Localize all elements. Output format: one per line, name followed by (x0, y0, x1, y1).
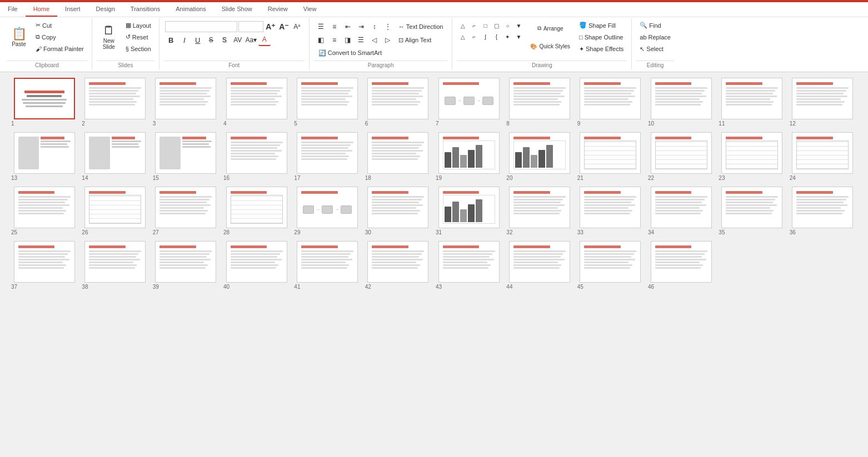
justify-button[interactable]: ☰ (355, 34, 367, 46)
tab-slideshow[interactable]: Slide Show (214, 2, 260, 17)
slide-thumb-46[interactable] (651, 241, 712, 283)
slide-item-30[interactable]: 30 (365, 187, 431, 235)
slide-item-6[interactable]: 6 (365, 78, 431, 127)
slide-thumb-9[interactable] (580, 78, 641, 119)
slide-item-25[interactable]: 25 (11, 187, 77, 235)
slide-item-41[interactable]: 41 (294, 241, 360, 290)
find-button[interactable]: 🔍 Find (636, 20, 674, 31)
slide-item-3[interactable]: 3 (153, 78, 219, 127)
slide-item-36[interactable]: 36 (790, 187, 856, 235)
slide-item-11[interactable]: 11 (719, 78, 785, 127)
slide-item-20[interactable]: 20 (506, 132, 572, 181)
align-left-button[interactable]: ◧ (315, 34, 327, 46)
tab-view[interactable]: View (296, 2, 325, 17)
slide-item-8[interactable]: 8 (506, 78, 572, 127)
slide-thumb-15[interactable] (155, 132, 216, 174)
slide-thumb-8[interactable] (509, 78, 570, 119)
replace-button[interactable]: ab Replace (636, 32, 674, 43)
slide-thumb-17[interactable] (297, 132, 358, 174)
tab-design[interactable]: Design (88, 2, 123, 17)
slide-item-19[interactable]: 19 (436, 132, 502, 181)
slide-item-44[interactable]: 44 (506, 241, 572, 290)
slide-item-32[interactable]: 32 (506, 187, 572, 235)
change-case-aa-button[interactable]: Aa▾ (245, 34, 257, 46)
slide-thumb-40[interactable] (226, 241, 287, 283)
rounded-rect-shape[interactable]: ▢ (491, 21, 501, 31)
increase-font-button[interactable]: A⁺ (265, 21, 277, 33)
tab-insert[interactable]: Insert (57, 2, 88, 17)
slide-item-37[interactable]: 37 (11, 241, 77, 290)
slide-thumb-2[interactable] (84, 78, 146, 119)
slide-thumb-21[interactable] (580, 132, 641, 174)
slide-thumb-39[interactable] (155, 241, 216, 283)
numbering-button[interactable]: ≡ (328, 21, 341, 33)
slide-thumb-1[interactable] (14, 78, 75, 119)
tab-animations[interactable]: Animations (168, 2, 213, 17)
line-spacing-button[interactable]: ↕ (368, 21, 381, 33)
slide-item-5[interactable]: 5 (294, 78, 360, 127)
slide-thumb-25[interactable] (14, 187, 75, 228)
slide-thumb-44[interactable] (509, 241, 570, 283)
tab-transitions[interactable]: Transitions (123, 2, 168, 17)
slide-item-29[interactable]: → → 29 (294, 187, 360, 235)
slide-thumb-23[interactable] (721, 132, 782, 174)
format-painter-button[interactable]: 🖌 Format Painter (32, 43, 87, 54)
rect-shape[interactable]: □ (480, 21, 490, 31)
shape-effects-button[interactable]: ✦ Shape Effects (576, 43, 627, 54)
slide-item-40[interactable]: 40 (223, 241, 290, 290)
slide-thumb-14[interactable] (84, 132, 146, 174)
slide-thumb-5[interactable] (297, 78, 358, 119)
slide-item-4[interactable]: 4 (223, 78, 290, 127)
tab-review[interactable]: Review (260, 2, 296, 17)
paste-button[interactable]: 📋 Paste (7, 19, 31, 55)
slide-item-21[interactable]: 21 (577, 132, 643, 181)
slide-thumb-32[interactable] (509, 187, 570, 228)
slide-thumb-13[interactable] (14, 132, 75, 174)
slide-thumb-29[interactable]: → → (297, 187, 358, 228)
slide-item-1[interactable]: 1 (11, 78, 77, 127)
italic-button[interactable]: I (178, 34, 191, 46)
slide-item-16[interactable]: 16 (223, 132, 290, 181)
section-button[interactable]: § Section (122, 43, 154, 54)
cut-button[interactable]: ✂ Cut (32, 20, 87, 31)
bold-button[interactable]: B (165, 34, 177, 46)
quick-styles-button[interactable]: 🎨 Quick Styles (526, 38, 575, 54)
slide-thumb-31[interactable] (438, 187, 500, 228)
slide-thumb-33[interactable] (580, 187, 641, 228)
slide-thumb-43[interactable] (438, 241, 500, 283)
slide-item-31[interactable]: 31 (436, 187, 502, 235)
slide-thumb-45[interactable] (580, 241, 641, 283)
text-shadow-button[interactable]: S (218, 34, 231, 46)
slide-item-33[interactable]: 33 (577, 187, 643, 235)
curve-shape[interactable]: ∫ (480, 32, 490, 42)
reset-button[interactable]: ↺ Reset (122, 32, 154, 43)
slide-thumb-10[interactable] (651, 78, 712, 119)
slide-item-7[interactable]: → → 7 (436, 78, 502, 127)
slide-item-42[interactable]: 42 (365, 241, 431, 290)
select-button[interactable]: ↖ Select (636, 43, 674, 54)
slide-item-23[interactable]: 23 (719, 132, 785, 181)
convert-smartart-button[interactable]: 🔄 Convert to SmartArt (315, 47, 385, 58)
new-slide-button[interactable]: 🗒 NewSlide (97, 19, 121, 55)
slide-thumb-16[interactable] (226, 132, 287, 174)
slide-item-46[interactable]: 46 (648, 241, 714, 290)
triangle-shape[interactable]: △ (458, 21, 468, 31)
slide-item-15[interactable]: 15 (153, 132, 219, 181)
decrease-font-button[interactable]: A⁻ (278, 21, 290, 33)
slide-thumb-18[interactable] (367, 132, 428, 174)
rtl-button[interactable]: ◁ (368, 34, 381, 46)
char-spacing-button[interactable]: AV (232, 34, 244, 46)
slide-thumb-3[interactable] (155, 78, 216, 119)
shape-outline-button[interactable]: □ Shape Outline (576, 32, 627, 43)
slide-thumb-28[interactable] (226, 187, 287, 228)
slide-item-39[interactable]: 39 (153, 241, 219, 290)
slide-thumb-12[interactable] (792, 78, 853, 119)
slide-thumb-35[interactable] (721, 187, 782, 228)
increase-indent-button[interactable]: ⇥ (355, 21, 367, 33)
slide-item-24[interactable]: 24 (790, 132, 856, 181)
slide-item-26[interactable]: 26 (82, 187, 148, 235)
strikethrough-button[interactable]: S (205, 34, 217, 46)
shapes-expand[interactable]: ▼ (513, 32, 523, 42)
text-direction-button[interactable]: ↔ Text Direction (395, 21, 447, 32)
slide-item-43[interactable]: 43 (436, 241, 502, 290)
